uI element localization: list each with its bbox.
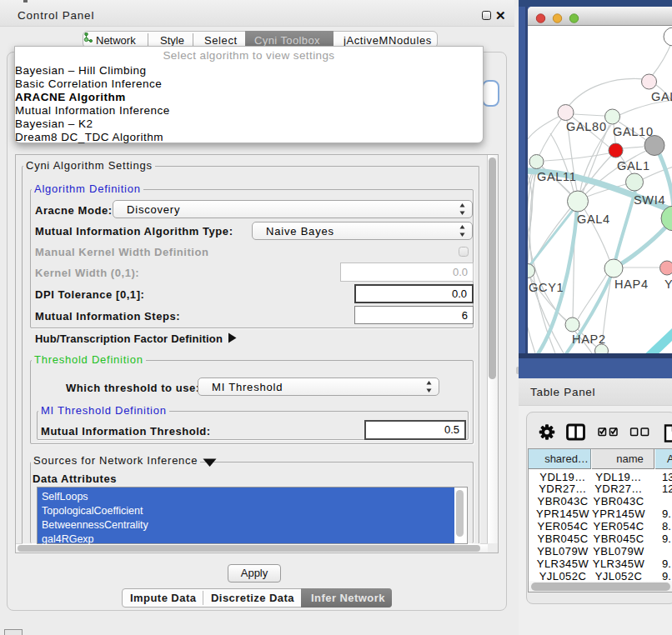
svg-text:YE: YE xyxy=(664,278,672,291)
svg-text:HAP4: HAP4 xyxy=(614,278,649,291)
svg-text:GCY1: GCY1 xyxy=(529,281,564,294)
svg-text:GAL80: GAL80 xyxy=(566,120,607,133)
svg-text:SWI4: SWI4 xyxy=(634,193,665,207)
svg-text:GAL1: GAL1 xyxy=(617,159,650,172)
svg-text:HAP2: HAP2 xyxy=(572,332,606,346)
svg-text:GAL7: GAL7 xyxy=(651,90,672,103)
svg-text:GAL4: GAL4 xyxy=(577,212,610,226)
svg-text:GAL10: GAL10 xyxy=(613,125,654,138)
svg-text:GAL11: GAL11 xyxy=(537,170,577,183)
